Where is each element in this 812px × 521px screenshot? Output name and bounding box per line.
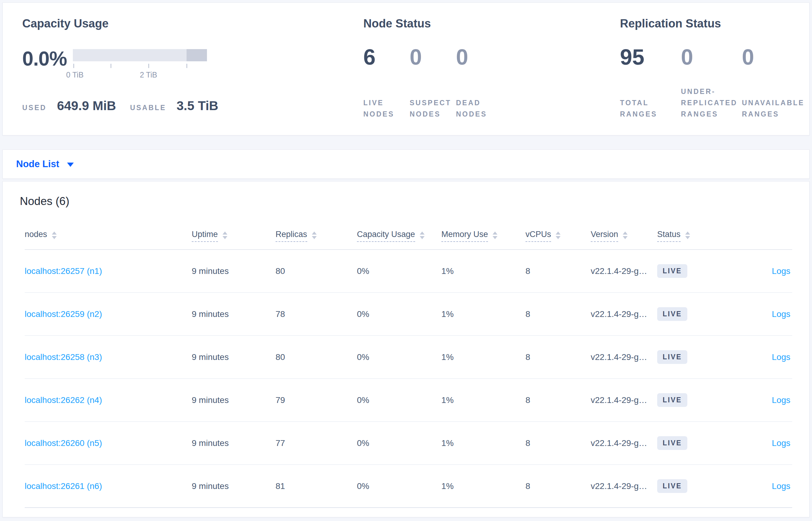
live-nodes-value: 6 [363,46,410,68]
unavailable-ranges-value: 0 [742,46,803,68]
suspect-nodes-stat: 0 SUSPECT NODES [410,31,456,122]
nodes-panel-title: Nodes (6) [20,194,792,209]
usable-label: USABLE [130,104,166,112]
used-label: USED [22,104,47,112]
sort-icon[interactable] [685,231,690,239]
capacity-bar-ticks [73,64,207,69]
sort-icon[interactable] [420,231,425,239]
sort-icon[interactable] [222,231,228,239]
uptime-cell: 9 minutes [192,266,276,276]
version-cell: v22.1.4-29-g… [591,481,657,491]
node-link[interactable]: localhost:26260 (n5) [25,438,102,448]
logs-link[interactable]: Logs [772,481,790,491]
capacity-usage-cell: 0% [357,352,441,362]
dead-nodes-value: 0 [456,46,502,68]
capacity-usage-title: Capacity Usage [22,17,363,31]
used-value: 649.9 MiB [57,98,116,113]
logs-link[interactable]: Logs [772,395,790,405]
replicas-cell: 78 [276,309,357,319]
vcpus-cell: 8 [525,309,591,319]
version-cell: v22.1.4-29-g… [591,352,657,362]
column-header-memory-use[interactable]: Memory Use [441,230,525,242]
version-cell: v22.1.4-29-g… [591,395,657,405]
replication-status-section: Replication Status 95 TOTAL RANGES 0 UND… [620,17,809,135]
vcpus-cell: 8 [525,438,591,448]
status-badge: LIVE [657,479,687,493]
memory-use-cell: 1% [441,395,525,405]
live-nodes-label: LIVE NODES [363,97,410,122]
node-link[interactable]: localhost:26261 (n6) [25,481,102,491]
capacity-percent-value: 0.0% [22,48,69,69]
usable-value: 3.5 TiB [176,98,218,113]
under-replicated-ranges-value: 0 [681,46,742,68]
vcpus-cell: 8 [525,266,591,276]
version-cell: v22.1.4-29-g… [591,438,657,448]
replicas-cell: 80 [276,266,357,276]
logs-link[interactable]: Logs [772,352,790,362]
capacity-usage-cell: 0% [357,481,441,491]
sort-icon[interactable] [52,231,57,239]
total-ranges-label: TOTAL RANGES [620,97,681,122]
capacity-usage-cell: 0% [357,266,441,276]
replicas-cell: 81 [276,481,357,491]
sort-icon[interactable] [623,231,628,239]
total-ranges-value: 95 [620,46,681,68]
memory-use-cell: 1% [441,438,525,448]
node-status-title: Node Status [363,17,620,31]
replicas-cell: 77 [276,438,357,448]
node-link[interactable]: localhost:26258 (n3) [25,352,102,362]
sort-icon[interactable] [493,231,497,239]
under-replicated-ranges-stat: 0 UNDER-REPLICATED RANGES [681,31,742,122]
unavailable-ranges-stat: 0 UNAVAILABLE RANGES [742,31,803,122]
capacity-bar: 0 TiB 2 TiB [73,49,207,80]
suspect-nodes-value: 0 [410,46,456,68]
capacity-usage-cell: 0% [357,395,441,405]
table-row: localhost:26259 (n2) 9 minutes 78 0% 1% … [25,293,792,336]
unavailable-ranges-label: UNAVAILABLE RANGES [742,97,803,122]
capacity-usage-cell: 0% [357,309,441,319]
version-cell: v22.1.4-29-g… [591,266,657,276]
memory-use-cell: 1% [441,352,525,362]
table-row: localhost:26261 (n6) 9 minutes 81 0% 1% … [25,465,792,508]
sort-icon[interactable] [556,231,560,239]
column-header-uptime[interactable]: Uptime [192,230,276,242]
memory-use-cell: 1% [441,266,525,276]
column-header-capacity-usage[interactable]: Capacity Usage [357,230,441,242]
logs-link[interactable]: Logs [772,438,790,448]
status-badge: LIVE [657,393,687,407]
node-link[interactable]: localhost:26259 (n2) [25,309,102,319]
under-replicated-ranges-label: UNDER-REPLICATED RANGES [681,86,742,122]
total-ranges-stat: 95 TOTAL RANGES [620,31,681,122]
vcpus-cell: 8 [525,395,591,405]
node-link[interactable]: localhost:26262 (n4) [25,395,102,405]
logs-link[interactable]: Logs [772,309,790,319]
logs-link[interactable]: Logs [772,266,790,276]
uptime-cell: 9 minutes [192,481,276,491]
sort-icon[interactable] [312,231,317,239]
column-header-status[interactable]: Status [657,230,722,242]
column-header-version[interactable]: Version [591,230,657,242]
node-link[interactable]: localhost:26257 (n1) [25,266,102,276]
node-list-dropdown[interactable]: Node List [16,159,74,169]
tick-mark [148,64,149,68]
uptime-cell: 9 minutes [192,309,276,319]
tick-mark [187,64,187,68]
column-header-nodes[interactable]: nodes [25,230,192,242]
status-badge: LIVE [657,350,687,364]
column-header-vcpus[interactable]: vCPUs [525,230,591,242]
vcpus-cell: 8 [525,352,591,362]
nodes-table: nodes Uptime Replicas Capacity Usage Mem… [20,222,792,508]
column-header-replicas[interactable]: Replicas [276,230,357,242]
capacity-bar-reserved-segment [187,49,207,61]
suspect-nodes-label: SUSPECT NODES [410,97,456,122]
nodes-panel: Nodes (6) nodes Uptime Replicas Capacity… [2,181,810,517]
table-row: localhost:26257 (n1) 9 minutes 80 0% 1% … [25,250,792,293]
node-list-dropdown-label: Node List [16,159,59,169]
memory-use-cell: 1% [441,481,525,491]
replication-status-title: Replication Status [620,17,809,31]
chevron-down-icon [67,163,74,167]
vcpus-cell: 8 [525,481,591,491]
cluster-summary-panel: Capacity Usage 0.0% 0 TiB 2 TiB [2,2,810,135]
dead-nodes-stat: 0 DEAD NODES [456,31,502,122]
uptime-cell: 9 minutes [192,438,276,448]
